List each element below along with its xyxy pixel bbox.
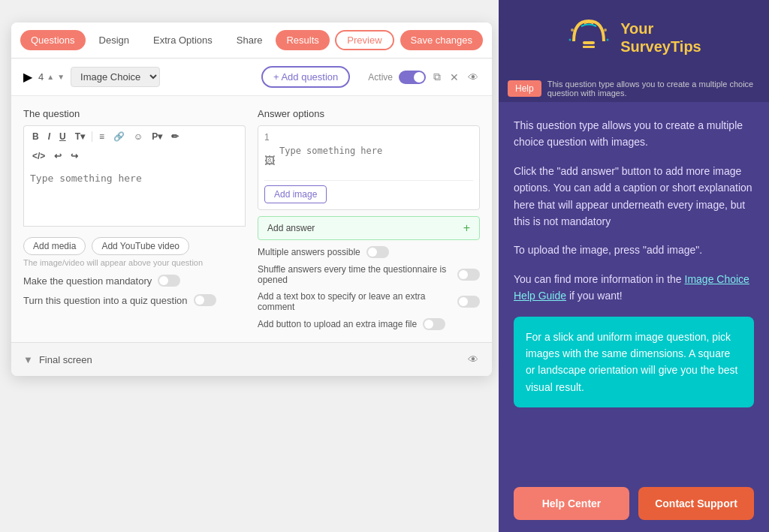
question-toolbar: ▶ 4 ▲ ▼ Image Choice + Add question Acti…: [11, 59, 492, 96]
quiz-toggle[interactable]: [194, 294, 216, 306]
media-buttons: Add media Add YouTube video: [23, 237, 246, 255]
tab-results[interactable]: Results: [276, 30, 329, 50]
text-box-row: Add a text box to specify or leave an ex…: [258, 291, 480, 312]
svg-point-2: [571, 29, 574, 32]
help-center-button[interactable]: Help Center: [514, 487, 629, 520]
mandatory-label: Make the question mandatory: [23, 275, 152, 287]
svg-point-4: [569, 39, 571, 41]
tips-panel: Your SurveyTips Help This question type …: [499, 0, 769, 532]
active-toggle[interactable]: [399, 71, 426, 84]
link-button[interactable]: 🔗: [111, 131, 127, 143]
svg-rect-0: [583, 41, 595, 44]
tab-bar: Questions Design Extra Options Share Res…: [11, 23, 492, 59]
tips-footer: Help Center Contact Support: [499, 475, 769, 532]
add-image-button[interactable]: Add image: [264, 185, 327, 203]
question-section-label: The question: [23, 108, 246, 119]
shuffle-row: Shuffle answers every time the questionn…: [258, 264, 480, 285]
copy-icon[interactable]: ⧉: [432, 69, 442, 85]
tips-content: This question type allows you to create …: [499, 102, 769, 475]
tips-text-3: To upload the image, press "add image".: [514, 242, 754, 258]
content-area: The question B I U T▾ ≡ 🔗 ☺ P▾ ✏ </> ↩ ↪: [11, 96, 492, 342]
answer-column: Answer options 1 🖼 Add image Add answer …: [258, 108, 480, 330]
logo-icon: [566, 15, 611, 60]
tab-share[interactable]: Share: [226, 30, 273, 50]
align-button[interactable]: ≡: [97, 131, 107, 143]
redo-button[interactable]: ↪: [68, 150, 80, 162]
svg-point-5: [607, 39, 609, 41]
italic-button[interactable]: I: [46, 131, 53, 143]
undo-button[interactable]: ↩: [52, 150, 64, 162]
answer-input-row: 🖼: [264, 146, 473, 181]
close-icon[interactable]: ✕: [448, 70, 460, 85]
plus-icon: +: [463, 221, 470, 235]
question-text-area[interactable]: [23, 167, 246, 227]
tips-highlight: For a slick and uniform image question, …: [514, 317, 754, 408]
save-button[interactable]: Save changes: [400, 30, 483, 50]
help-strip-text: This question type allows you to create …: [547, 80, 760, 98]
paragraph-button[interactable]: P▾: [149, 131, 164, 143]
final-screen-eye-icon[interactable]: 👁: [466, 352, 480, 367]
logo-text: Your SurveyTips: [620, 20, 701, 56]
text-box-toggle[interactable]: [457, 296, 480, 308]
help-strip-button[interactable]: Help: [508, 80, 541, 97]
quiz-row: Turn this question into a quiz question: [23, 294, 246, 306]
chevron-up-icon: ▲: [47, 73, 54, 81]
text-color-button[interactable]: T▾: [73, 131, 87, 143]
editor-panel: Questions Design Extra Options Share Res…: [11, 23, 492, 376]
preview-button[interactable]: Preview: [335, 30, 394, 50]
upload-row: Add button to upload an extra image file: [258, 318, 480, 330]
svg-rect-1: [583, 46, 595, 48]
add-answer-button[interactable]: Add answer +: [258, 216, 480, 240]
tips-text-1: This question type allows you to create …: [514, 117, 754, 151]
answer-box: 1 🖼 Add image: [258, 125, 480, 210]
upload-toggle[interactable]: [423, 318, 445, 330]
question-actions: Active ⧉ ✕ 👁: [368, 69, 480, 85]
tab-actions: Preview Save changes: [335, 30, 483, 50]
mandatory-toggle[interactable]: [158, 275, 180, 287]
media-hint: The image/video will appear above your q…: [23, 258, 246, 267]
answer-number: 1: [264, 132, 473, 143]
arrow-icon: ▶: [23, 70, 32, 84]
text-editor-toolbar: B I U T▾ ≡ 🔗 ☺ P▾ ✏ </> ↩ ↪: [23, 125, 246, 167]
shuffle-toggle[interactable]: [457, 269, 480, 281]
mandatory-row: Make the question mandatory: [23, 275, 246, 287]
tips-text-2: Click the "add answer" button to add mor…: [514, 163, 754, 230]
tab-questions[interactable]: Questions: [20, 30, 86, 50]
chevron-down-icon: ▼: [57, 73, 65, 81]
divider1: [92, 131, 92, 142]
eye-icon[interactable]: 👁: [466, 70, 480, 85]
chevron-right-icon: ▼: [23, 354, 33, 365]
question-column: The question B I U T▾ ≡ 🔗 ☺ P▾ ✏ </> ↩ ↪: [23, 108, 246, 330]
image-placeholder-icon: 🖼: [264, 155, 275, 167]
add-question-button[interactable]: + Add question: [261, 66, 350, 88]
code-button[interactable]: </>: [30, 150, 47, 162]
answer-text-area[interactable]: [279, 146, 473, 176]
multiple-answers-toggle[interactable]: [366, 246, 389, 258]
help-strip: Help This question type allows you to cr…: [499, 75, 769, 102]
svg-point-3: [604, 29, 607, 32]
final-screen-row[interactable]: ▼ Final screen 👁: [11, 342, 492, 376]
underline-button[interactable]: U: [57, 131, 68, 143]
multiple-answers-row: Multiple answers possible: [258, 246, 480, 258]
answer-section-label: Answer options: [258, 108, 480, 119]
tab-extra-options[interactable]: Extra Options: [143, 30, 223, 50]
contact-support-button[interactable]: Contact Support: [638, 487, 754, 520]
tips-header: Your SurveyTips: [499, 0, 769, 75]
emoji-button[interactable]: ☺: [131, 131, 145, 143]
question-number: 4 ▲ ▼: [38, 71, 65, 83]
question-type-select[interactable]: Image Choice: [71, 67, 160, 87]
pen-button[interactable]: ✏: [169, 131, 181, 143]
tips-text-4: You can find more information in the Ima…: [514, 271, 754, 305]
add-media-button[interactable]: Add media: [23, 237, 86, 255]
quiz-label: Turn this question into a quiz question: [23, 295, 188, 306]
add-youtube-button[interactable]: Add YouTube video: [92, 237, 189, 255]
final-screen-label: Final screen: [39, 354, 466, 365]
bold-button[interactable]: B: [30, 131, 41, 143]
tab-design[interactable]: Design: [89, 30, 140, 50]
active-label: Active: [368, 72, 393, 83]
